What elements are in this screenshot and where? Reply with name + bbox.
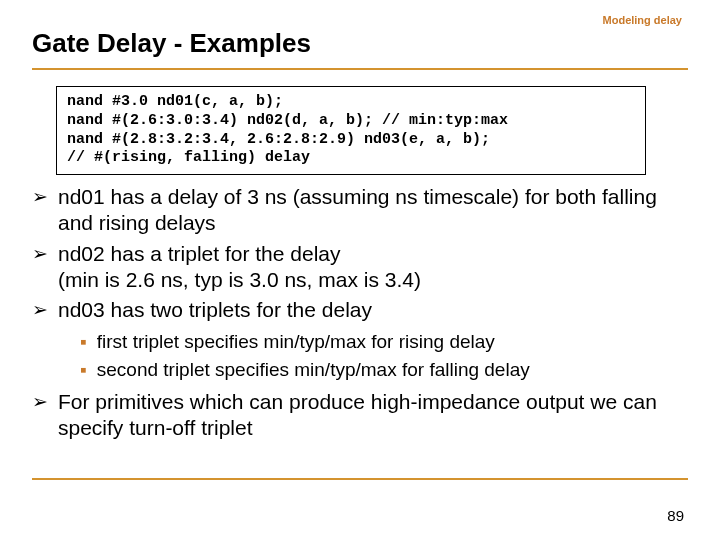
bullet-text: nd01 has a delay of 3 ns (assuming ns ti… (58, 184, 684, 237)
square-bullet-icon: ▪ (80, 357, 87, 383)
bullet-text: nd02 has a triplet for the delay (min is… (58, 241, 684, 294)
sub-bullet-list: ▪ first triplet specifies min/typ/max fo… (80, 329, 684, 382)
sub-bullet-text: second triplet specifies min/typ/max for… (97, 357, 530, 383)
code-line: nand #3.0 nd01(c, a, b); (67, 93, 283, 110)
code-line: // #(rising, falling) delay (67, 149, 310, 166)
topic-label: Modeling delay (603, 14, 682, 26)
bullet-item: ➢ nd01 has a delay of 3 ns (assuming ns … (32, 184, 684, 237)
bullet-list: ➢ nd01 has a delay of 3 ns (assuming ns … (32, 184, 684, 445)
arrow-bullet-icon: ➢ (32, 241, 48, 267)
arrow-bullet-icon: ➢ (32, 184, 48, 210)
sub-bullet-item: ▪ second triplet specifies min/typ/max f… (80, 357, 684, 383)
title-underline (32, 68, 688, 70)
bottom-rule (32, 478, 688, 480)
bullet-text: For primitives which can produce high-im… (58, 389, 684, 442)
bullet-item: ➢ nd03 has two triplets for the delay (32, 297, 684, 323)
bullet-item: ➢ nd02 has a triplet for the delay (min … (32, 241, 684, 294)
code-line: nand #(2.6:3.0:3.4) nd02(d, a, b); // mi… (67, 112, 508, 129)
bullet-item: ➢ For primitives which can produce high-… (32, 389, 684, 442)
slide-title: Gate Delay - Examples (32, 28, 311, 59)
arrow-bullet-icon: ➢ (32, 297, 48, 323)
arrow-bullet-icon: ➢ (32, 389, 48, 415)
bullet-text: nd03 has two triplets for the delay (58, 297, 684, 323)
square-bullet-icon: ▪ (80, 329, 87, 355)
page-number: 89 (667, 507, 684, 524)
code-example-box: nand #3.0 nd01(c, a, b); nand #(2.6:3.0:… (56, 86, 646, 175)
code-line: nand #(2.8:3.2:3.4, 2.6:2.8:2.9) nd03(e,… (67, 131, 490, 148)
sub-bullet-text: first triplet specifies min/typ/max for … (97, 329, 495, 355)
sub-bullet-item: ▪ first triplet specifies min/typ/max fo… (80, 329, 684, 355)
slide: Modeling delay Gate Delay - Examples nan… (0, 0, 720, 540)
